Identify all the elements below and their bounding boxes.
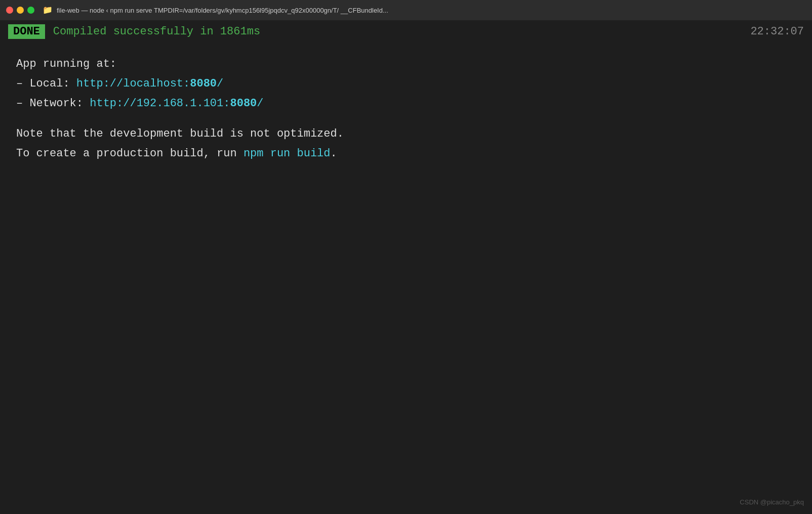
note-line-1: Note that the development build is not o… — [16, 125, 796, 143]
local-url-link[interactable]: http://localhost:8080/ — [76, 77, 223, 90]
npm-command: npm run build — [243, 147, 331, 160]
network-port: 8080 — [230, 97, 257, 110]
network-url-suffix: / — [257, 97, 263, 110]
close-button[interactable] — [6, 7, 13, 14]
watermark: CSDN @picacho_pkq — [740, 498, 804, 506]
local-url-line: – Local: http://localhost:8080/ — [16, 75, 796, 93]
network-url-link[interactable]: http://192.168.1.101:8080/ — [90, 97, 263, 110]
local-label: – Local: — [16, 77, 76, 90]
note-line-2: To create a production build, run npm ru… — [16, 145, 796, 162]
network-url-line: – Network: http://192.168.1.101:8080/ — [16, 95, 796, 112]
minimize-button[interactable] — [17, 7, 24, 14]
network-label: – Network: — [16, 97, 90, 110]
terminal-body: DONE Compiled successfully in 1861ms 22:… — [0, 20, 812, 514]
note-line-2-start: To create a production build, run — [16, 147, 243, 160]
status-bar: DONE Compiled successfully in 1861ms 22:… — [0, 20, 812, 43]
local-url-suffix: / — [217, 77, 223, 90]
maximize-button[interactable] — [27, 7, 34, 14]
app-running-group: App running at: – Local: http://localhos… — [16, 55, 796, 113]
title-bar: 📁 file-web — node ‹ npm run serve TMPDIR… — [0, 0, 812, 20]
window-title: file-web — node ‹ npm run serve TMPDIR=/… — [57, 7, 806, 14]
note-line-2-end: . — [331, 147, 337, 160]
done-badge: DONE — [8, 24, 45, 39]
watermark-text: CSDN @picacho_pkq — [740, 498, 804, 506]
local-url-text: http://localhost: — [76, 77, 190, 90]
network-url-text: http://192.168.1.101: — [90, 97, 230, 110]
app-running-label: App running at: — [16, 55, 796, 73]
note-group: Note that the development build is not o… — [16, 125, 796, 162]
compiled-message: Compiled successfully in 1861ms — [53, 25, 260, 38]
folder-icon: 📁 — [43, 5, 53, 15]
local-port: 8080 — [190, 77, 217, 90]
terminal-content: App running at: – Local: http://localhos… — [0, 43, 812, 187]
timestamp: 22:32:07 — [750, 25, 804, 38]
traffic-lights — [6, 7, 34, 14]
